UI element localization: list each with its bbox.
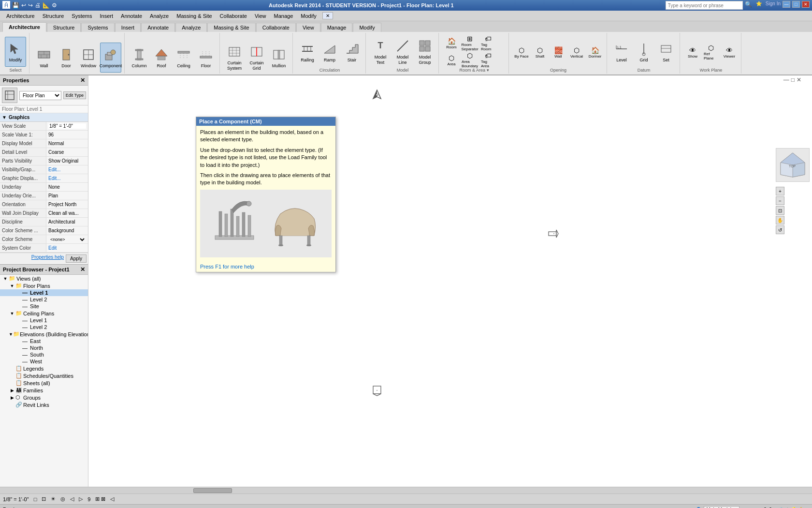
tree-site[interactable]: — Site	[0, 303, 88, 310]
menu-view[interactable]: View	[251, 12, 270, 20]
quick-access-undo[interactable]: ↩	[21, 2, 26, 9]
tab-manage[interactable]: Manage	[321, 23, 353, 32]
view-scale-input[interactable]	[48, 123, 86, 129]
tree-ceiling-level-2[interactable]: — Level 2	[0, 324, 88, 330]
tab-collaborate[interactable]: Collaborate	[256, 23, 296, 32]
minimize-button[interactable]: —	[783, 1, 790, 8]
tree-east[interactable]: — East	[0, 338, 88, 344]
btn-set[interactable]: Set	[655, 37, 677, 67]
search-input[interactable]	[666, 1, 743, 10]
quick-access-print[interactable]: 🖨	[35, 2, 41, 9]
btn-door[interactable]: Door	[56, 43, 77, 73]
btn-component[interactable]: Component	[100, 43, 121, 73]
btn-wall-opening[interactable]: 🧱 Wall	[550, 38, 567, 67]
project-browser-close-button[interactable]: ✕	[80, 266, 85, 273]
tab-analyze[interactable]: Analyze	[175, 23, 207, 32]
tree-level-1[interactable]: — Level 1	[0, 289, 88, 296]
btn-stair[interactable]: Stair	[341, 37, 362, 67]
tree-revit-links[interactable]: 🔗 Revit Links	[0, 401, 88, 408]
menu-systems[interactable]: Systems	[68, 12, 96, 20]
zoom-fit-button[interactable]: ⊡	[776, 206, 784, 215]
tree-legends[interactable]: 📋 Legends	[0, 365, 88, 372]
view-minimize-icon[interactable]: —	[783, 76, 789, 83]
floor-plans-toggle[interactable]: ▼	[9, 284, 15, 288]
tab-view[interactable]: View	[296, 23, 320, 32]
tree-level-2[interactable]: — Level 2	[0, 296, 88, 303]
system-color-value[interactable]: Edit	[46, 244, 88, 252]
apply-button[interactable]: Apply	[66, 254, 87, 263]
btn-room[interactable]: 🏠 Room	[443, 36, 460, 50]
h-scrollbar-thumb[interactable]	[193, 488, 232, 493]
tab-systems[interactable]: Systems	[81, 23, 114, 32]
properties-help-link[interactable]: Properties help	[31, 254, 64, 263]
btn-ref-plane[interactable]: ⬡ Ref Plane	[702, 38, 720, 67]
quick-access-save[interactable]: 💾	[12, 2, 19, 9]
btn-modify[interactable]: Modify	[5, 37, 26, 67]
help-search-icon[interactable]: 🔍	[745, 1, 752, 10]
groups-toggle[interactable]: ▶	[9, 395, 15, 400]
tree-families[interactable]: ▶ 👨‍👩‍👧 Families	[0, 387, 88, 394]
btn-tag-area[interactable]: 🏷 Tag Area	[479, 53, 497, 67]
btn-window[interactable]: Window	[78, 43, 99, 73]
btn-railing[interactable]: Railing	[297, 37, 318, 67]
btn-vertical[interactable]: ⬡ Vertical	[568, 38, 585, 67]
type-dropdown[interactable]: Floor Plan	[19, 91, 61, 100]
btn-area[interactable]: ⬡ Area	[443, 53, 460, 67]
tab-insert[interactable]: Insert	[115, 23, 141, 32]
menu-collaborate[interactable]: Collaborate	[216, 12, 251, 20]
menu-modify[interactable]: Modify	[297, 12, 320, 20]
modify-context-tab[interactable]: ✕	[322, 12, 333, 19]
quick-access-redo[interactable]: ↪	[28, 2, 33, 9]
tab-annotate[interactable]: Annotate	[141, 23, 175, 32]
btn-shaft[interactable]: ⬡ Shaft	[531, 38, 549, 67]
btn-mullion[interactable]: Mullion	[268, 43, 290, 73]
quick-access-measure[interactable]: 📐	[43, 2, 50, 9]
drawing-area[interactable]: — □ ✕	[88, 75, 812, 487]
view-close-icon[interactable]: ✕	[797, 76, 801, 83]
families-toggle[interactable]: ▶	[9, 388, 15, 393]
tab-modify[interactable]: Modify	[353, 23, 381, 32]
btn-room-separator[interactable]: ⊞ Room Separator	[461, 36, 478, 50]
btn-viewer[interactable]: 👁 Viewer	[721, 38, 738, 67]
view-restore-icon[interactable]: □	[791, 76, 795, 83]
views-all-toggle[interactable]: ▼	[2, 276, 9, 281]
menu-insert[interactable]: Insert	[96, 12, 117, 20]
tooltip-footer[interactable]: Press F1 for more help	[196, 262, 335, 272]
quick-access-settings[interactable]: ⚙	[52, 2, 57, 9]
tree-north[interactable]: — North	[0, 344, 88, 351]
tree-elevations[interactable]: ▼ 📁 Elevations (Building Elevation)	[0, 330, 88, 338]
tree-floor-plans[interactable]: ▼ 📁 Floor Plans	[0, 282, 88, 289]
color-scheme-select[interactable]: <none>	[48, 237, 86, 242]
btn-curtain-system[interactable]: Curtain System	[224, 43, 245, 73]
btn-ramp[interactable]: Ramp	[319, 37, 340, 67]
menu-massing[interactable]: Massing & Site	[173, 12, 216, 20]
pan-button[interactable]: ✋	[776, 216, 784, 224]
btn-model-line[interactable]: Model Line	[392, 37, 413, 67]
btn-grid[interactable]: Grid	[633, 37, 654, 67]
btn-floor[interactable]: Floor	[195, 43, 217, 73]
orbit-button[interactable]: ↺	[776, 225, 784, 234]
btn-level[interactable]: L1 Level	[611, 37, 632, 67]
tooltip-help-text[interactable]: Press F1 for more help	[200, 264, 254, 269]
tab-massing[interactable]: Massing & Site	[207, 23, 255, 32]
btn-column[interactable]: Column	[129, 43, 150, 73]
tree-west[interactable]: — West	[0, 358, 88, 365]
graphic-display-value[interactable]: Edit...	[46, 174, 88, 182]
visibility-grap-value[interactable]: Edit...	[46, 165, 88, 174]
properties-close-button[interactable]: ✕	[80, 77, 85, 84]
btn-wall[interactable]: Wall	[33, 43, 55, 73]
menu-analyze[interactable]: Analyze	[146, 12, 173, 20]
btn-ceiling[interactable]: Ceiling	[173, 43, 194, 73]
btn-roof[interactable]: Roof	[151, 43, 172, 73]
tree-groups[interactable]: ▶ ⬡ Groups	[0, 394, 88, 401]
tree-views-all[interactable]: ▼ 📁 Views (all)	[0, 275, 88, 282]
status-arrow-left[interactable]: ◁	[70, 496, 74, 502]
h-scrollbar[interactable]	[0, 487, 812, 493]
btn-dormer[interactable]: 🏠 Dormer	[586, 38, 604, 67]
btn-show[interactable]: 👁 Show	[684, 38, 701, 67]
menu-annotate[interactable]: Annotate	[117, 12, 146, 20]
elevations-toggle[interactable]: ▼	[9, 332, 13, 337]
sign-in-link[interactable]: Sign In	[766, 1, 781, 10]
model-selector[interactable]: Main Model	[704, 506, 740, 508]
btn-area-boundary[interactable]: ⬡ Area Boundary	[461, 53, 478, 67]
